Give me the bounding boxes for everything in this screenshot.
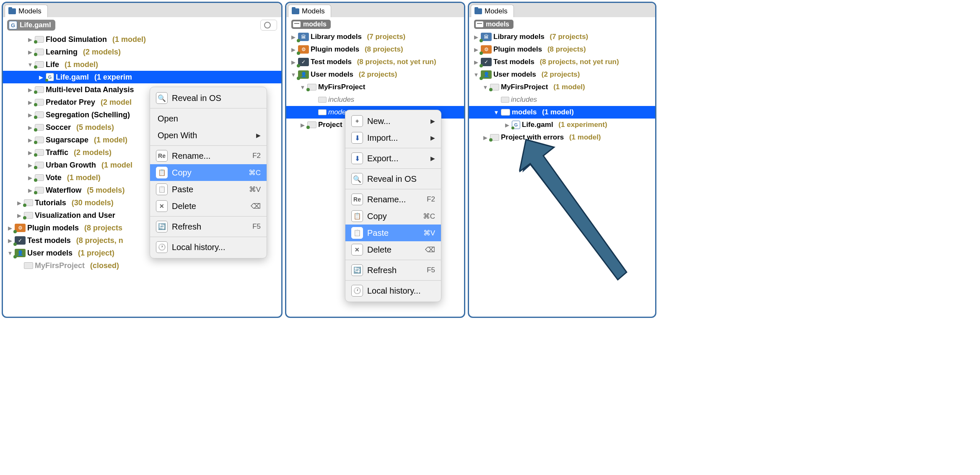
ctx-paste[interactable]: Paste⌘V (150, 181, 267, 198)
expand-arrow-icon[interactable] (16, 200, 22, 206)
expand-arrow-icon[interactable] (7, 225, 13, 231)
expand-arrow-icon[interactable] (27, 87, 33, 93)
tree-item-library[interactable]: 🏛Library models (7 projects) (469, 31, 655, 43)
tree-item-myfirsproject[interactable]: MyFirsProject (286, 81, 464, 93)
context-menu-paste: New...▶ Import...▶ Export...▶ Reveal in … (345, 110, 441, 302)
tree-item-user[interactable]: 👤User models (2 projects) (286, 68, 464, 81)
expand-arrow-icon[interactable] (473, 59, 479, 65)
collapse-arrow-icon[interactable] (7, 250, 13, 256)
expand-arrow-icon[interactable] (27, 36, 33, 43)
expand-arrow-icon[interactable] (27, 175, 33, 181)
breadcrumb-models-chip[interactable]: models (474, 20, 513, 29)
separator (345, 189, 441, 189)
expand-arrow-icon[interactable] (27, 187, 33, 194)
expand-arrow-icon[interactable] (290, 59, 296, 65)
separator (150, 145, 267, 146)
tree-item-test[interactable]: ✓Test models (8 projects, not yet run) (286, 56, 464, 68)
folder-icon (8, 8, 16, 14)
collapse-arrow-icon[interactable] (27, 62, 33, 68)
ctx-refresh[interactable]: RefreshF5 (150, 218, 267, 235)
history-icon (156, 241, 168, 253)
tree-item-myfirsproject-closed[interactable]: MyFirsProject (closed) (3, 259, 281, 272)
file-breadcrumb-chip[interactable]: G Life.gaml (7, 20, 55, 31)
expand-arrow-icon[interactable] (27, 124, 33, 131)
ctx-reveal-in-os[interactable]: Reveal in OS (345, 170, 441, 187)
briefcase-icon (318, 109, 327, 115)
tree-item-myfirsproject[interactable]: MyFirsProject (1 model) (469, 81, 655, 93)
rename-icon (351, 194, 363, 205)
ctx-rename[interactable]: Rename...F2 (150, 147, 267, 164)
expand-arrow-icon[interactable] (16, 212, 22, 219)
collapse-arrow-icon[interactable] (482, 84, 488, 90)
separator (345, 168, 441, 169)
expand-arrow-icon[interactable] (27, 99, 33, 106)
tree-item-life[interactable]: Life (1 model) (3, 58, 281, 71)
ctx-rename[interactable]: Rename...F2 (345, 191, 441, 208)
expand-arrow-icon[interactable] (27, 137, 33, 143)
expand-arrow-icon[interactable] (27, 150, 33, 156)
search-input[interactable] (260, 20, 277, 31)
ctx-delete[interactable]: Delete (150, 198, 267, 214)
ctx-reveal-in-os[interactable]: Reveal in OS (150, 90, 267, 106)
expand-arrow-icon[interactable] (38, 74, 44, 80)
tree-item-plugin[interactable]: ⚙Plugin models (8 projects) (286, 43, 464, 56)
tree-item-includes[interactable]: includes (286, 93, 464, 106)
tab-bar: Models (469, 3, 655, 17)
tree-item-models-selected[interactable]: models (1 model) (469, 106, 655, 119)
expand-arrow-icon[interactable] (7, 238, 13, 244)
submenu-arrow-icon: ▶ (430, 134, 435, 141)
tree-item-learning[interactable]: Learning (2 models) (3, 46, 281, 58)
ctx-import[interactable]: Import...▶ (345, 129, 441, 146)
ctx-export[interactable]: Export...▶ (345, 150, 441, 167)
ctx-open-with[interactable]: Open With▶ (150, 127, 267, 144)
ctx-local-history[interactable]: Local history... (345, 282, 441, 299)
folder-icon (35, 61, 44, 68)
expand-arrow-icon[interactable] (482, 134, 488, 141)
ctx-local-history[interactable]: Local history... (150, 239, 267, 256)
expand-arrow-icon[interactable] (473, 46, 479, 53)
ctx-paste-highlighted[interactable]: Paste⌘V (345, 225, 441, 241)
separator (345, 280, 441, 281)
ctx-copy[interactable]: Copy⌘C (345, 208, 441, 225)
expand-arrow-icon[interactable] (300, 122, 306, 128)
tree-item-flood[interactable]: Flood Simulation (1 model) (3, 33, 281, 46)
folder-icon (35, 187, 44, 194)
tab-models[interactable]: Models (288, 5, 331, 17)
copy-icon (156, 167, 168, 178)
collapse-arrow-icon[interactable] (493, 109, 499, 116)
expand-arrow-icon[interactable] (27, 49, 33, 55)
ctx-open[interactable]: Open (150, 110, 267, 127)
tab-label: Models (485, 7, 508, 15)
ctx-delete[interactable]: Delete (345, 241, 441, 258)
tree-item-life-gaml-selected[interactable]: Life.gaml (1 experim (3, 71, 281, 83)
expand-arrow-icon[interactable] (504, 122, 510, 128)
tab-models[interactable]: Models (5, 5, 48, 17)
ctx-refresh[interactable]: RefreshF5 (345, 262, 441, 279)
expand-arrow-icon[interactable] (290, 34, 296, 40)
tree-item-library[interactable]: 🏛Library models (7 projects) (286, 31, 464, 43)
plugin-folder-icon: ⚙ (481, 45, 492, 54)
expand-arrow-icon[interactable] (27, 112, 33, 118)
expand-arrow-icon[interactable] (473, 34, 479, 40)
ctx-new[interactable]: New...▶ (345, 113, 441, 129)
collapse-arrow-icon[interactable] (290, 72, 296, 78)
folder-icon (292, 8, 299, 14)
expand-arrow-icon[interactable] (27, 162, 33, 168)
tab-models[interactable]: Models (471, 5, 514, 17)
tab-label: Models (18, 7, 41, 15)
collapse-arrow-icon[interactable] (473, 72, 479, 78)
library-folder-icon: 🏛 (298, 33, 309, 41)
tree-item-plugin[interactable]: ⚙Plugin models (8 projects) (469, 43, 655, 56)
separator (150, 216, 267, 217)
tree-item-user[interactable]: 👤User models (2 projects) (469, 68, 655, 81)
ctx-copy-highlighted[interactable]: Copy⌘C (150, 164, 267, 181)
breadcrumb-models-chip[interactable]: models (291, 20, 331, 29)
collapse-arrow-icon[interactable] (300, 84, 306, 90)
expand-arrow-icon[interactable] (290, 46, 296, 53)
paste-icon (351, 227, 363, 239)
export-icon (351, 152, 363, 164)
tree-item-includes[interactable]: includes (469, 93, 655, 106)
submenu-arrow-icon: ▶ (430, 155, 435, 162)
project-icon (24, 212, 33, 219)
tree-item-test[interactable]: ✓Test models (8 projects, not yet run) (469, 56, 655, 68)
